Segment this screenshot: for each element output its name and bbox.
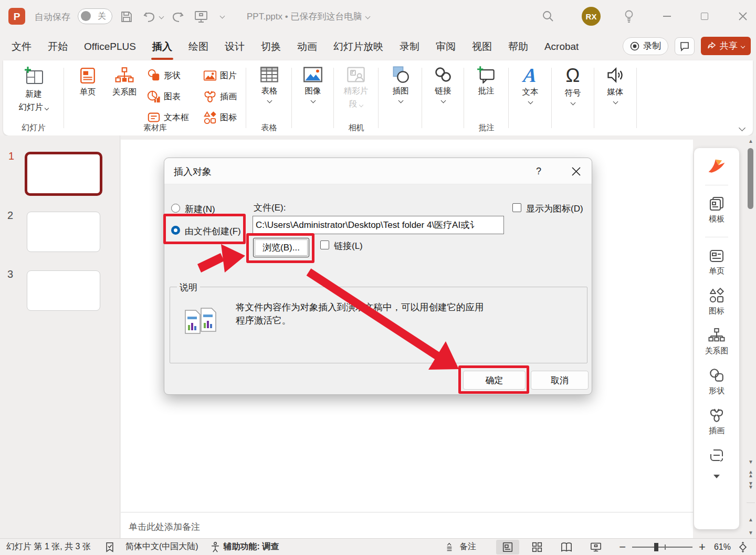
radio-new-object-label[interactable]: 新建(N) xyxy=(185,203,215,215)
insert-object-dialog: 插入对象 ? 新建(N) 文件(E): 显示为图标(D) 由文件创建(F) 浏览… xyxy=(164,158,592,395)
zoom-in-button[interactable]: + xyxy=(699,540,706,554)
media-button[interactable]: 媒体 xyxy=(596,66,634,103)
previous-slide-button[interactable]: ▲▲ xyxy=(747,470,755,477)
collapse-ribbon-chevron-icon[interactable] xyxy=(739,124,746,131)
scrollbar-thumb[interactable] xyxy=(748,148,753,209)
officeplus-logo-icon[interactable] xyxy=(707,158,727,176)
new-slide-button[interactable]: 新建 幻灯片 xyxy=(15,66,52,113)
radio-create-from-file-label[interactable]: 由文件创建(F) xyxy=(185,225,241,237)
zoom-slider-thumb[interactable] xyxy=(654,543,658,551)
tab-review[interactable]: 审阅 xyxy=(436,40,456,54)
autosave-toggle[interactable]: 关 xyxy=(78,8,112,24)
minimize-button[interactable] xyxy=(657,7,676,26)
dialog-header[interactable] xyxy=(164,158,592,184)
view-slide-sorter-button[interactable] xyxy=(526,540,549,554)
start-slideshow-button[interactable] xyxy=(193,9,209,25)
single-page-button[interactable]: 单页 xyxy=(70,67,105,98)
link-checkbox[interactable] xyxy=(320,240,329,249)
share-button[interactable]: 共享 xyxy=(701,37,751,55)
table-button[interactable]: 表格 xyxy=(250,66,288,102)
symbol-button[interactable]: Ω 符号 xyxy=(554,66,592,104)
record-button[interactable]: 录制 xyxy=(623,37,668,55)
link-button[interactable]: 链接 xyxy=(424,66,462,102)
notes-scroll-down-arrow[interactable]: ▼ xyxy=(747,530,755,536)
sidebar-item-illustration[interactable]: 插画 xyxy=(708,407,725,436)
accessibility-button[interactable]: 辅助功能: 调查 xyxy=(210,541,279,553)
tips-button[interactable] xyxy=(620,7,638,26)
shapes-button[interactable]: 形状 xyxy=(147,69,181,82)
spellcheck-button[interactable] xyxy=(104,541,115,553)
cancel-button[interactable]: 取消 xyxy=(531,371,589,390)
relation-diagram-button[interactable]: 关系图 xyxy=(106,67,143,98)
link-checkbox-label[interactable]: 链接(L) xyxy=(334,240,363,252)
scroll-down-arrow[interactable]: ▼ xyxy=(747,459,755,465)
undo-dropdown-chevron-icon[interactable] xyxy=(159,14,164,19)
file-path-input[interactable] xyxy=(253,216,504,234)
view-slideshow-button[interactable] xyxy=(584,540,607,554)
language-button[interactable]: 简体中文(中国大陆) xyxy=(125,541,198,552)
zoom-slider[interactable] xyxy=(632,547,692,548)
comments-button[interactable] xyxy=(675,37,695,55)
sidebar-item-template[interactable]: 模板 xyxy=(708,196,725,224)
tab-officeplus[interactable]: OfficePLUS xyxy=(84,41,136,53)
picture-button[interactable]: 图片 xyxy=(203,69,237,82)
quick-access-more-chevron-icon[interactable] xyxy=(220,14,225,19)
clips-button-disabled[interactable]: 精彩片 段 xyxy=(337,66,375,110)
close-button[interactable] xyxy=(733,7,752,26)
scroll-up-arrow[interactable]: ▲ xyxy=(747,139,755,144)
radio-create-from-file[interactable] xyxy=(171,226,180,235)
view-normal-button[interactable] xyxy=(496,540,519,554)
search-button[interactable] xyxy=(539,7,558,26)
notes-divider[interactable] xyxy=(121,512,693,512)
tab-view[interactable]: 视图 xyxy=(472,40,492,54)
notes-placeholder[interactable]: 单击此处添加备注 xyxy=(129,521,200,533)
tab-help[interactable]: 帮助 xyxy=(508,40,528,54)
show-as-icon-label[interactable]: 显示为图标(D) xyxy=(526,203,583,215)
maximize-button[interactable] xyxy=(695,7,714,26)
tab-insert[interactable]: 插入 xyxy=(152,40,172,54)
dialog-close-button[interactable] xyxy=(568,163,584,179)
sidebar-item-summary[interactable] xyxy=(708,447,725,463)
sidebar-item-shapes[interactable]: 形状 xyxy=(708,368,725,396)
tab-draw[interactable]: 绘图 xyxy=(188,40,208,54)
view-reading-button[interactable] xyxy=(555,540,578,554)
inset-illustration-button[interactable]: 插图 xyxy=(382,66,419,102)
document-title[interactable]: PPT.pptx • 已保存到这台电脑 xyxy=(247,11,370,23)
redo-button[interactable] xyxy=(170,9,185,25)
tab-file[interactable]: 文件 xyxy=(12,40,32,54)
tab-acrobat[interactable]: Acrobat xyxy=(544,41,579,53)
show-as-icon-checkbox[interactable] xyxy=(512,203,521,212)
fit-to-window-button[interactable] xyxy=(734,540,752,554)
slide-thumbnail-3[interactable] xyxy=(27,270,100,311)
slide-thumbnail-1-selected[interactable] xyxy=(25,152,102,196)
sidebar-item-icon[interactable]: 图标 xyxy=(708,288,725,316)
tab-design[interactable]: 设计 xyxy=(225,40,245,54)
next-slide-button[interactable]: ▼▼ xyxy=(747,481,755,489)
tab-record[interactable]: 录制 xyxy=(400,40,419,54)
zoom-out-button[interactable]: − xyxy=(619,540,626,554)
chart-button[interactable]: 图表 xyxy=(147,90,181,103)
sidebar-item-relation-diagram[interactable]: 关系图 xyxy=(705,328,729,356)
zoom-level[interactable]: 61% xyxy=(714,542,731,552)
save-button[interactable] xyxy=(119,9,134,25)
notes-scroll-up-arrow[interactable]: ▲ xyxy=(747,517,755,522)
dialog-help-button[interactable]: ? xyxy=(532,164,545,178)
tab-home[interactable]: 开始 xyxy=(48,40,68,54)
tab-slideshow[interactable]: 幻灯片放映 xyxy=(333,40,383,54)
radio-new-object[interactable] xyxy=(171,204,180,213)
browse-button[interactable]: 浏览(B)... xyxy=(253,238,309,257)
slide-thumbnail-2[interactable] xyxy=(27,212,100,252)
undo-button[interactable] xyxy=(142,9,158,25)
ok-button[interactable]: 确定 xyxy=(463,371,526,390)
illustration-button[interactable]: 插画 xyxy=(203,90,237,103)
sidebar-item-single-page[interactable]: 单页 xyxy=(708,248,725,276)
text-button[interactable]: A 文本 xyxy=(511,66,549,103)
tab-transitions[interactable]: 切换 xyxy=(261,40,281,54)
comment-ribbon-button[interactable]: 批注 xyxy=(467,66,505,97)
sidebar-more-triangle-icon[interactable] xyxy=(713,475,720,478)
sidebar-icon-label: 图标 xyxy=(709,306,724,316)
account-avatar[interactable]: RX xyxy=(582,7,601,26)
notes-toggle-button[interactable]: 备注 xyxy=(446,541,476,552)
tab-animations[interactable]: 动画 xyxy=(297,40,317,54)
image-button[interactable]: 图像 xyxy=(294,66,332,102)
